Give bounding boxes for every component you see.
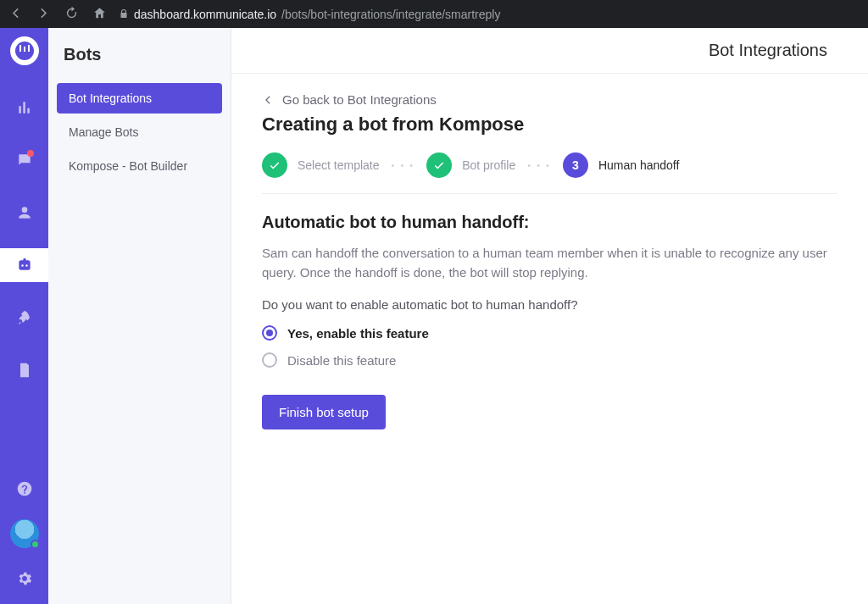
rail-item-launch[interactable] xyxy=(0,301,48,335)
step-indicator-done xyxy=(426,152,452,178)
step-select-template: Select template xyxy=(262,152,380,178)
step-label: Human handoff xyxy=(598,158,679,172)
chevron-left-icon xyxy=(262,94,274,106)
radio-label: Disable this feature xyxy=(287,353,396,368)
bot-icon xyxy=(16,257,33,274)
nav-rail xyxy=(0,28,48,604)
app-logo[interactable] xyxy=(10,36,39,65)
rocket-icon xyxy=(16,309,33,326)
url-path: /bots/bot-integrations/integrate/smartre… xyxy=(281,8,500,21)
step-indicator-done xyxy=(262,152,287,178)
finish-setup-button[interactable]: Finish bot setup xyxy=(262,395,386,429)
section-question: Do you want to enable automatic bot to h… xyxy=(262,297,837,312)
doc-icon xyxy=(16,362,33,379)
radio-disable[interactable]: Disable this feature xyxy=(262,352,837,368)
check-icon xyxy=(433,159,445,171)
section-description: Sam can handoff the conversation to a hu… xyxy=(262,244,837,282)
page-title: Creating a bot from Kompose xyxy=(262,114,837,136)
sidebar-item-bot-integrations[interactable]: Bot Integrations xyxy=(57,83,222,114)
user-icon xyxy=(16,204,33,221)
rail-item-settings[interactable] xyxy=(0,562,48,596)
rail-item-users[interactable] xyxy=(0,196,48,230)
analytics-icon xyxy=(16,99,33,116)
lock-icon xyxy=(119,8,129,21)
browser-reload-icon[interactable] xyxy=(64,6,79,23)
radio-icon xyxy=(262,325,277,341)
rail-item-docs[interactable] xyxy=(0,353,48,387)
user-avatar[interactable] xyxy=(10,519,39,548)
radio-label: Yes, enable this feature xyxy=(287,326,429,341)
back-link-label: Go back to Bot Integrations xyxy=(282,92,437,107)
rail-item-bots[interactable] xyxy=(0,248,48,282)
wizard-steps: Select template • • • Bot profile • • • … xyxy=(262,152,837,178)
back-link[interactable]: Go back to Bot Integrations xyxy=(262,92,837,107)
gear-icon xyxy=(16,570,33,587)
sidebar-item-kompose[interactable]: Kompose - Bot Builder xyxy=(57,151,222,181)
main-header: Bot Integrations xyxy=(231,28,868,74)
rail-item-conversations[interactable] xyxy=(0,143,48,177)
step-bot-profile: Bot profile xyxy=(426,152,515,178)
radio-enable[interactable]: Yes, enable this feature xyxy=(262,325,837,341)
browser-home-icon[interactable] xyxy=(92,6,107,23)
sidebar-item-manage-bots[interactable]: Manage Bots xyxy=(57,117,222,147)
step-separator: • • • xyxy=(392,160,415,170)
check-icon xyxy=(269,159,281,171)
section-title: Automatic bot to human handoff: xyxy=(262,213,837,232)
url-host: dashboard.kommunicate.io xyxy=(134,8,276,21)
radio-icon xyxy=(262,352,277,368)
step-label: Bot profile xyxy=(462,158,515,172)
step-indicator-current: 3 xyxy=(563,152,588,178)
rail-item-analytics[interactable] xyxy=(0,91,48,125)
step-separator: • • • xyxy=(527,160,551,170)
browser-chrome: dashboard.kommunicate.io/bots/bot-integr… xyxy=(0,0,868,28)
step-label: Select template xyxy=(298,158,380,172)
browser-back-icon[interactable] xyxy=(8,6,23,23)
browser-forward-icon[interactable] xyxy=(36,6,51,23)
main-panel: Bot Integrations Go back to Bot Integrat… xyxy=(231,28,868,604)
step-human-handoff: 3 Human handoff xyxy=(563,152,679,178)
presence-indicator xyxy=(31,540,40,549)
main-header-title: Bot Integrations xyxy=(709,41,827,60)
browser-url[interactable]: dashboard.kommunicate.io/bots/bot-integr… xyxy=(119,8,500,21)
notification-dot xyxy=(27,150,34,157)
help-icon xyxy=(16,480,33,497)
sub-sidebar: Bots Bot Integrations Manage Bots Kompos… xyxy=(48,28,231,604)
sidebar-title: Bots xyxy=(48,45,231,83)
divider xyxy=(262,193,837,194)
rail-item-help[interactable] xyxy=(0,472,48,506)
